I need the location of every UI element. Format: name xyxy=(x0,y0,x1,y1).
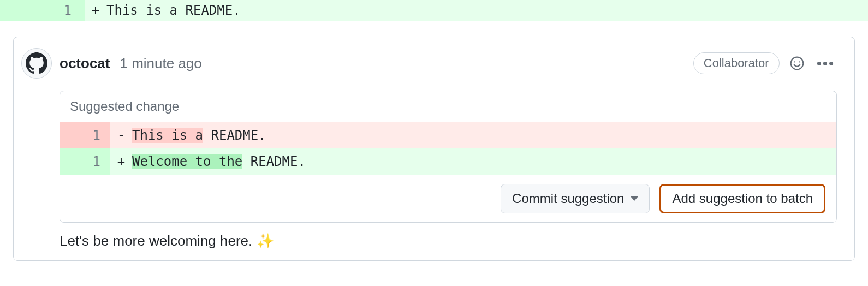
suggested-change-box: Suggested change 1 - This is a README. 1… xyxy=(60,91,837,223)
diff-addition-row: 1 + Welcome to the README. xyxy=(60,148,836,175)
kebab-icon: ••• xyxy=(817,55,835,72)
more-actions-button[interactable]: ••• xyxy=(815,55,837,72)
diff-sign: - xyxy=(110,122,132,148)
line-number: 1 xyxy=(60,148,110,175)
add-suggestion-to-batch-button[interactable]: Add suggestion to batch xyxy=(659,184,825,213)
suggested-change-title: Suggested change xyxy=(60,91,836,122)
svg-point-0 xyxy=(790,57,803,70)
octocat-icon xyxy=(26,52,47,74)
commit-suggestion-button[interactable]: Commit suggestion xyxy=(501,184,650,213)
svg-point-2 xyxy=(799,62,800,63)
line-number: 1 xyxy=(60,122,110,148)
comment-header: octocat 1 minute ago Collaborator ••• xyxy=(14,37,854,84)
svg-point-1 xyxy=(794,62,795,63)
smiley-icon xyxy=(789,56,805,71)
diff-text: Welcome to the README. xyxy=(132,148,836,175)
comment-text: Let's be more welcoming here. xyxy=(60,233,252,249)
diff-highlight-del: This is a xyxy=(132,128,203,143)
comment-author[interactable]: octocat xyxy=(60,55,110,72)
avatar[interactable] xyxy=(21,48,52,79)
caret-down-icon xyxy=(631,196,638,201)
suggestion-actions: Commit suggestion Add suggestion to batc… xyxy=(60,175,836,222)
line-number: 1 xyxy=(0,0,85,21)
role-badge: Collaborator xyxy=(693,52,780,74)
context-diff-line: 1 + This is a README. xyxy=(0,0,868,21)
diff-deletion-row: 1 - This is a README. xyxy=(60,122,836,148)
button-label: Commit suggestion xyxy=(512,191,624,206)
diff-sign: + xyxy=(85,0,106,21)
review-comment: octocat 1 minute ago Collaborator ••• Su… xyxy=(13,37,855,261)
diff-highlight-add: Welcome to the xyxy=(132,154,242,169)
sparkles-emoji: ✨ xyxy=(257,233,274,249)
comment-body: Let's be more welcoming here. ✨ xyxy=(60,233,837,249)
diff-sign: + xyxy=(110,148,132,175)
button-label: Add suggestion to batch xyxy=(672,191,813,206)
comment-timestamp[interactable]: 1 minute ago xyxy=(120,55,201,72)
diff-code: This is a README. xyxy=(106,0,868,21)
diff-text: This is a README. xyxy=(132,122,836,148)
emoji-picker-button[interactable] xyxy=(787,53,807,73)
